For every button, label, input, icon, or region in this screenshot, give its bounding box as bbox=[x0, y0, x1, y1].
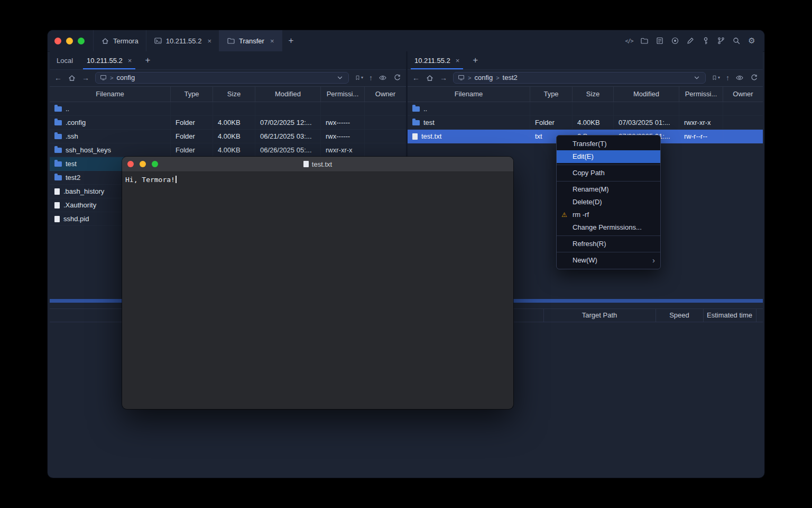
file-type: Folder bbox=[171, 116, 213, 129]
column-modified[interactable]: Modified bbox=[614, 87, 679, 102]
back-icon[interactable]: ← bbox=[54, 74, 62, 81]
new-tab-button[interactable]: + bbox=[139, 51, 156, 69]
close-icon[interactable]: × bbox=[456, 57, 460, 65]
path-bar[interactable]: > config > test2 bbox=[453, 72, 706, 84]
upload-icon[interactable]: ↑ bbox=[726, 74, 730, 81]
close-window-button[interactable] bbox=[127, 161, 134, 167]
tab-host[interactable]: 10.211.55.2 × bbox=[146, 30, 219, 51]
minimize-window-button[interactable] bbox=[66, 38, 73, 44]
menu-item-copy-path[interactable]: Copy Path bbox=[557, 167, 660, 179]
close-icon[interactable]: × bbox=[270, 37, 274, 45]
refresh-icon[interactable] bbox=[750, 74, 758, 82]
file-name: ssh_host_keys bbox=[66, 143, 111, 157]
column-estimated-time[interactable]: Estimated time bbox=[703, 309, 756, 322]
file-owner bbox=[365, 116, 406, 129]
right-toolbar: ← → > config > test2 ▾ ↑ bbox=[408, 70, 763, 85]
file-icon bbox=[54, 202, 60, 208]
refresh-icon[interactable] bbox=[393, 74, 401, 82]
column-filename[interactable]: Filename bbox=[408, 87, 530, 102]
tab-transfer[interactable]: Transfer × bbox=[219, 30, 282, 51]
file-permissions: rwxr-xr-x bbox=[321, 143, 365, 157]
folder-icon bbox=[54, 120, 62, 125]
editor-content[interactable]: Hi, Termora! bbox=[122, 172, 513, 187]
tab-local[interactable]: Local bbox=[50, 51, 80, 69]
tab-remote-session[interactable]: 10.211.55.2 × bbox=[408, 51, 466, 69]
column-size[interactable]: Size bbox=[573, 87, 614, 102]
column-owner[interactable]: Owner bbox=[365, 87, 406, 102]
column-target-path[interactable]: Target Path bbox=[543, 309, 656, 322]
table-row[interactable]: .. bbox=[50, 102, 406, 116]
tab-remote-session[interactable]: 10.211.55.2 × bbox=[80, 51, 139, 69]
column-permissions[interactable]: Permissi... bbox=[679, 87, 723, 102]
tab-termora[interactable]: Termora bbox=[93, 30, 146, 51]
edit-icon[interactable] bbox=[686, 37, 695, 45]
menu-item-new[interactable]: New(W) › bbox=[557, 254, 660, 267]
text-cursor bbox=[176, 176, 177, 183]
file-size: 4.00KB bbox=[213, 116, 255, 129]
show-hidden-icon[interactable] bbox=[735, 74, 744, 82]
forward-icon[interactable]: → bbox=[440, 74, 447, 81]
key-icon[interactable] bbox=[702, 37, 710, 45]
table-row[interactable]: .ssh Folder 4.00KB 06/21/2025 03:... rwx… bbox=[50, 130, 406, 143]
column-owner[interactable]: Owner bbox=[723, 87, 763, 102]
left-toolbar: ← → > config ▾ ↑ bbox=[50, 70, 406, 85]
close-window-button[interactable] bbox=[54, 38, 61, 44]
zoom-window-button[interactable] bbox=[78, 38, 85, 44]
menu-item-rm-rf[interactable]: ⚠rm -rf bbox=[557, 208, 660, 221]
table-row[interactable]: .. bbox=[408, 102, 763, 116]
tab-label: Termora bbox=[113, 37, 139, 45]
file-size bbox=[213, 102, 255, 115]
minimize-window-button[interactable] bbox=[140, 161, 146, 167]
table-row[interactable]: ssh_host_keys Folder 4.00KB 06/26/2025 0… bbox=[50, 143, 406, 157]
menu-item-refresh[interactable]: Refresh(R) bbox=[557, 238, 660, 250]
chevron-down-icon[interactable] bbox=[693, 74, 701, 82]
path-bar[interactable]: > config bbox=[95, 72, 349, 84]
gear-icon[interactable]: ⚙ bbox=[748, 37, 756, 45]
record-icon[interactable] bbox=[671, 37, 679, 45]
table-row[interactable]: test Folder 4.00KB 07/03/2025 01:... rwx… bbox=[408, 116, 763, 130]
column-permissions[interactable]: Permissi... bbox=[321, 87, 365, 102]
menu-item-transfer[interactable]: Transfer(T) bbox=[557, 138, 660, 150]
right-panel-tabs: 10.211.55.2 × + bbox=[408, 51, 763, 70]
column-size[interactable]: Size bbox=[213, 87, 255, 102]
home-icon[interactable] bbox=[426, 74, 434, 82]
close-icon[interactable]: × bbox=[128, 57, 132, 65]
menu-item-rename[interactable]: Rename(M) bbox=[557, 183, 660, 196]
file-icon bbox=[54, 216, 60, 222]
path-segment[interactable]: config bbox=[116, 74, 135, 81]
show-hidden-icon[interactable] bbox=[379, 74, 387, 82]
column-modified[interactable]: Modified bbox=[255, 87, 321, 102]
bookmark-icon[interactable]: ▾ bbox=[355, 74, 363, 82]
menu-item-label: rm -rf bbox=[573, 211, 589, 219]
column-type[interactable]: Type bbox=[171, 87, 213, 102]
menu-item-edit[interactable]: Edit(E) bbox=[557, 150, 660, 163]
column-speed[interactable]: Speed bbox=[656, 309, 703, 322]
new-tab-button[interactable]: + bbox=[466, 51, 484, 69]
editor-titlebar[interactable]: test.txt bbox=[122, 157, 513, 172]
app-tabs: Termora 10.211.55.2 × Transfer × + bbox=[93, 30, 300, 51]
bookmark-icon[interactable]: ▾ bbox=[712, 74, 720, 82]
folder-icon[interactable] bbox=[640, 37, 649, 45]
back-icon[interactable]: ← bbox=[412, 74, 420, 81]
search-icon[interactable] bbox=[732, 37, 741, 45]
code-icon[interactable]: </> bbox=[625, 37, 633, 45]
column-filename[interactable]: Filename bbox=[50, 87, 171, 102]
zoom-window-button[interactable] bbox=[152, 161, 158, 167]
home-icon[interactable] bbox=[68, 74, 76, 82]
menu-item-change-permissions[interactable]: Change Permissions... bbox=[557, 221, 660, 234]
chevron-down-icon[interactable] bbox=[336, 74, 344, 82]
log-icon[interactable] bbox=[656, 37, 664, 45]
menu-item-delete[interactable]: Delete(D) bbox=[557, 196, 660, 208]
caret-down-icon: ▾ bbox=[718, 75, 720, 80]
branch-icon[interactable] bbox=[717, 37, 725, 45]
upload-icon[interactable]: ↑ bbox=[369, 74, 373, 81]
forward-icon[interactable]: → bbox=[82, 74, 89, 81]
path-segment[interactable]: config bbox=[474, 74, 493, 81]
close-icon[interactable]: × bbox=[207, 37, 211, 45]
titlebar-actions: </> ⚙ bbox=[625, 37, 764, 45]
table-row[interactable]: .config Folder 4.00KB 07/02/2025 12:... … bbox=[50, 116, 406, 130]
new-tab-button[interactable]: + bbox=[282, 30, 300, 51]
column-type[interactable]: Type bbox=[530, 87, 573, 102]
path-segment[interactable]: test2 bbox=[503, 74, 518, 81]
file-type bbox=[171, 102, 213, 115]
